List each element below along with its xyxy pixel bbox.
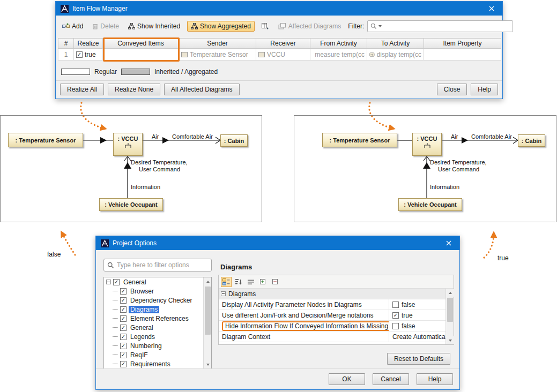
tree-checkbox[interactable] (120, 361, 127, 367)
to-activity-value: display temp(cc (377, 51, 421, 58)
column-header-realize[interactable]: Realize (74, 38, 103, 49)
tree-checkbox[interactable] (120, 288, 127, 295)
tree-item-requirements[interactable]: Requirements (104, 359, 211, 368)
sync-columns-button[interactable] (259, 22, 271, 31)
sort-alphabetically-button[interactable] (233, 277, 244, 287)
ifm-close-icon[interactable] (486, 4, 497, 13)
value-checkbox-unchecked[interactable] (392, 323, 399, 329)
affected-diagrams-icon (278, 23, 286, 29)
property-row-diagram-context[interactable]: Diagram Context Create Automatically (219, 331, 445, 342)
comfortable-air-flow-label: Comfortable Air (172, 133, 213, 140)
add-button[interactable]: Add (60, 21, 85, 31)
tree-checkbox[interactable] (120, 352, 127, 358)
property-value: true (389, 310, 445, 320)
reset-to-defaults-button[interactable]: Reset to Defaults (387, 353, 450, 365)
scroll-down-icon[interactable] (446, 336, 454, 344)
tree-checkbox[interactable] (120, 343, 127, 349)
categorized-view-button[interactable] (221, 277, 232, 287)
column-header-to-activity[interactable]: To Activity (367, 38, 424, 49)
vehicle-occupant-node[interactable]: : Vehicle Occupant (99, 198, 163, 211)
filter-options-caret-icon[interactable] (378, 25, 382, 27)
activity-icon (369, 52, 375, 57)
temperature-sensor-node[interactable]: : Temperature Sensor (8, 133, 83, 147)
column-header-receiver[interactable]: Receiver (256, 38, 310, 49)
value-checkbox-unchecked[interactable] (392, 301, 399, 308)
true-result-label: true (497, 254, 509, 262)
column-header-num[interactable]: # (58, 38, 74, 49)
properties-group-diagrams[interactable]: Diagrams (219, 289, 445, 299)
po-help-button[interactable]: Help (417, 373, 453, 385)
cell-item-property[interactable] (424, 49, 501, 61)
tree-item-dependency-checker[interactable]: Dependency Checker (104, 296, 211, 305)
tree-item-general-root[interactable]: General (104, 277, 211, 287)
collapse-icon[interactable] (221, 291, 226, 296)
scrollbar-thumb[interactable] (447, 298, 453, 322)
property-row-hide-information-flow[interactable]: Hide Information Flow If Conveyed Inform… (219, 321, 445, 331)
help-button[interactable]: Help (471, 84, 498, 95)
tree-item-label: Element References (129, 315, 190, 322)
delete-button[interactable]: Delete (90, 21, 121, 31)
false-result-label: false (47, 251, 61, 258)
scroll-up-icon[interactable] (446, 289, 454, 297)
table-row[interactable]: 1 true Temperature Sensor VCCU measure t… (58, 49, 501, 61)
tree-item-numbering[interactable]: Numbering (104, 341, 211, 350)
tree-item-browser[interactable]: Browser (104, 287, 211, 296)
show-aggregated-button[interactable]: Show Aggregated (187, 21, 255, 32)
realize-checkbox[interactable] (76, 51, 83, 58)
collapse-all-button[interactable] (270, 277, 281, 287)
tree-checkbox[interactable] (120, 334, 127, 340)
close-button[interactable]: Close (437, 84, 467, 95)
property-row-join-fork-notation[interactable]: Use different Join/Fork and Decision/Mer… (219, 310, 445, 321)
collapse-icon[interactable] (106, 280, 111, 284)
options-filter-searchbox (103, 259, 212, 272)
value-checkbox-checked[interactable] (392, 312, 399, 319)
tree-checkbox[interactable] (120, 325, 127, 331)
tree-item-element-references[interactable]: Element References (104, 314, 211, 323)
ifm-toolbar: Add Delete Show Inherited Show Aggregate… (60, 18, 498, 35)
vccu-node[interactable]: : VCCU (113, 133, 143, 156)
show-description-button[interactable] (246, 277, 256, 287)
collapse-all-icon (272, 278, 279, 285)
realize-none-button[interactable]: Realize None (108, 84, 160, 95)
scroll-up-icon[interactable] (204, 277, 212, 285)
property-row-display-parameter-nodes[interactable]: Display All Activity Parameter Nodes in … (219, 299, 445, 310)
tree-item-legends[interactable]: Legends (104, 332, 211, 341)
tree-item-reqif[interactable]: ReqIF (104, 350, 211, 359)
show-inherited-button[interactable]: Show Inherited (126, 21, 182, 31)
cancel-button[interactable]: Cancel (373, 373, 409, 385)
affected-diagrams-button[interactable]: Affected Diagrams (276, 21, 344, 31)
item-flow-triangle (100, 137, 107, 144)
cabin-node[interactable]: : Cabin (220, 134, 248, 147)
column-header-from-activity[interactable]: From Activity (310, 38, 367, 49)
vccu-node[interactable]: : VCCU (412, 133, 442, 156)
all-affected-diagrams-button[interactable]: All Affected Diagrams (164, 84, 240, 95)
scrollbar-thumb[interactable] (205, 287, 211, 335)
tree-item-diagrams[interactable]: Diagrams (104, 305, 211, 314)
tree-checkbox[interactable] (120, 306, 127, 313)
realize-all-button[interactable]: Realize All (60, 84, 104, 95)
temperature-sensor-node[interactable]: : Temperature Sensor (322, 133, 397, 147)
po-close-icon[interactable] (443, 238, 455, 248)
from-activity-value: measure temp(cc (315, 51, 365, 58)
tree-checkbox[interactable] (120, 297, 127, 304)
tree-checkbox[interactable] (113, 279, 120, 285)
tree-scrollbar[interactable] (203, 277, 211, 368)
add-icon (62, 23, 70, 29)
tree-item-general[interactable]: General (104, 323, 211, 332)
cell-conveyed-items[interactable] (103, 49, 179, 61)
ok-button[interactable]: OK (329, 373, 365, 385)
options-filter-input[interactable] (117, 261, 208, 269)
cabin-node[interactable]: : Cabin (518, 134, 545, 147)
po-titlebar: Project Options (96, 236, 459, 250)
properties-scrollbar[interactable] (445, 289, 454, 344)
filter-input[interactable] (383, 22, 510, 30)
vehicle-occupant-node[interactable]: : Vehicle Occupant (398, 198, 462, 211)
column-header-sender[interactable]: Sender (179, 38, 256, 49)
ifm-titlebar: Item Flow Manager (56, 2, 502, 16)
column-header-item-property[interactable]: Item Property (424, 38, 501, 49)
tree-checkbox[interactable] (120, 315, 127, 322)
expand-all-button[interactable] (258, 277, 269, 287)
ifm-buttons: Realize All Realize None All Affected Di… (60, 84, 498, 95)
column-header-conveyed-items[interactable]: Conveyed Items (103, 38, 179, 49)
scroll-down-icon[interactable] (204, 360, 212, 368)
